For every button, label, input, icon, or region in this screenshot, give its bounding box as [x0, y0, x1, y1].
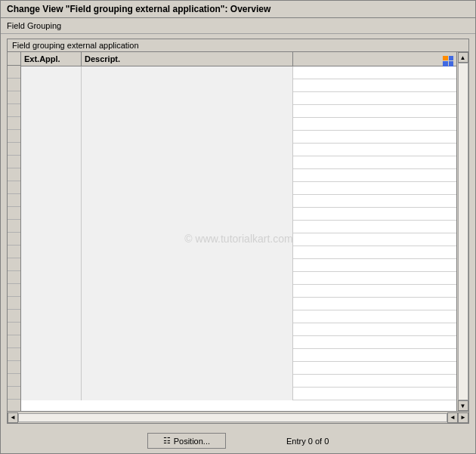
table-row[interactable] — [21, 92, 456, 105]
scroll-right-button-2[interactable]: ► — [458, 412, 468, 423]
col-header-ext-appl: Ext.Appl. — [21, 52, 82, 66]
scroll-track-vertical[interactable] — [458, 63, 468, 400]
table-row[interactable] — [21, 105, 456, 118]
row-num-22 — [8, 335, 20, 348]
scroll-up-button[interactable]: ▲ — [458, 52, 468, 63]
row-num-1 — [8, 66, 20, 79]
row-num-16 — [8, 258, 20, 271]
row-num-24 — [8, 361, 20, 374]
toolbar: Field Grouping — [1, 18, 475, 34]
row-numbers — [8, 52, 21, 411]
table-row[interactable] — [21, 310, 456, 323]
entry-info: Entry 0 of 0 — [286, 437, 329, 446]
table-header: Ext.Appl. Descript. — [21, 52, 456, 66]
row-num-14 — [8, 233, 20, 246]
table-row[interactable] — [21, 323, 456, 336]
row-num-15 — [8, 246, 20, 258]
table-row[interactable] — [21, 259, 456, 272]
scroll-left-button[interactable]: ◄ — [8, 412, 18, 423]
row-num-7 — [8, 143, 20, 156]
row-num-6 — [8, 130, 20, 143]
row-num-25 — [8, 374, 20, 387]
main-window: Change View "Field grouping external app… — [0, 0, 476, 454]
grid-icon[interactable] — [443, 53, 455, 65]
footer: ☷ Position... Entry 0 of 0 — [1, 428, 475, 453]
table-row[interactable] — [21, 388, 456, 400]
title-bar: Change View "Field grouping external app… — [1, 1, 475, 18]
main-content: Field grouping external application — [1, 34, 475, 428]
table-row[interactable] — [21, 272, 456, 285]
table-row[interactable] — [21, 246, 456, 259]
table-row[interactable] — [21, 79, 456, 92]
table-row[interactable] — [21, 336, 456, 349]
row-num-21 — [8, 323, 20, 335]
table-row[interactable] — [21, 182, 456, 195]
grid-wrapper: Ext.Appl. Descript. — [21, 52, 456, 411]
table-row[interactable] — [21, 131, 456, 144]
row-num-19 — [8, 297, 20, 310]
table-title: Field grouping external application — [8, 39, 468, 52]
row-num-2 — [8, 79, 20, 91]
table-row[interactable] — [21, 285, 456, 298]
table-row[interactable] — [21, 156, 456, 169]
table-row[interactable] — [21, 144, 456, 156]
scroll-down-button[interactable]: ▼ — [458, 400, 468, 411]
row-num-23 — [8, 348, 20, 361]
table-row[interactable] — [21, 208, 456, 221]
row-num-18 — [8, 284, 20, 297]
position-button[interactable]: ☷ Position... — [147, 433, 226, 449]
table-row[interactable] — [21, 169, 456, 182]
row-num-5 — [8, 117, 20, 130]
table-row[interactable] — [21, 221, 456, 233]
row-num-12 — [8, 207, 20, 220]
table-row[interactable] — [21, 362, 456, 375]
scroll-right-button-1[interactable]: ◄ — [447, 412, 458, 423]
position-icon: ☷ — [163, 436, 171, 446]
row-num-17 — [8, 271, 20, 284]
row-num-3 — [8, 91, 20, 104]
row-num-26 — [8, 387, 20, 400]
scroll-track-horizontal[interactable] — [18, 413, 447, 422]
row-num-11 — [8, 194, 20, 207]
vertical-scrollbar: ▲ ▼ — [456, 52, 468, 411]
table-row[interactable] — [21, 349, 456, 362]
table-row[interactable] — [21, 66, 456, 79]
row-num-8 — [8, 156, 20, 168]
row-num-10 — [8, 181, 20, 194]
position-button-label: Position... — [174, 437, 210, 446]
table-row[interactable] — [21, 298, 456, 310]
row-num-9 — [8, 168, 20, 181]
table-row[interactable] — [21, 118, 456, 131]
row-num-13 — [8, 220, 20, 233]
horizontal-scrollbar: ◄ ◄ ► — [8, 411, 468, 423]
table-row[interactable] — [21, 233, 456, 246]
table-row[interactable] — [21, 195, 456, 208]
table-container: Field grouping external application — [7, 39, 469, 424]
col-header-descript: Descript. — [82, 52, 293, 66]
table-area: Ext.Appl. Descript. — [8, 52, 468, 411]
table-row[interactable] — [21, 375, 456, 388]
toolbar-label: Field Grouping — [7, 21, 61, 30]
table-body: © www.tutorialkart.com — [21, 66, 456, 411]
row-num-4 — [8, 104, 20, 117]
row-num-20 — [8, 310, 20, 323]
window-title: Change View "Field grouping external app… — [7, 4, 270, 14]
